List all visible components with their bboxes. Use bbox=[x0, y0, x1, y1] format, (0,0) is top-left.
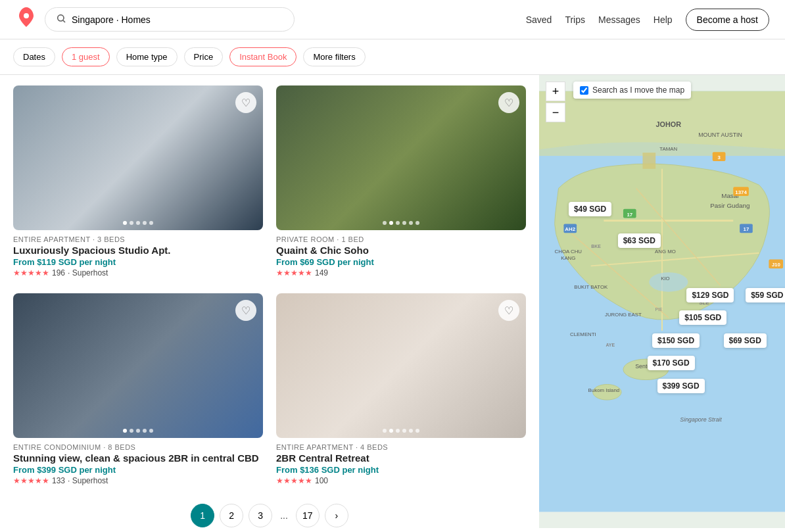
listing-title-3: Stunning view, clean & spacious 2BR in c… bbox=[13, 452, 263, 464]
filter-dates[interactable]: Dates bbox=[13, 47, 55, 66]
filter-instant-book[interactable]: Instant Book bbox=[229, 47, 297, 66]
page-ellipsis: ... bbox=[277, 510, 291, 521]
listing-price-2: From $69 SGD per night bbox=[276, 257, 526, 267]
filters-bar: Dates 1 guest Home type Price Instant Bo… bbox=[0, 39, 785, 75]
page-3-button[interactable]: 3 bbox=[249, 504, 272, 527]
svg-point-0 bbox=[58, 15, 64, 21]
svg-text:BUKIT BATOK: BUKIT BATOK bbox=[574, 284, 608, 290]
image-dots-2 bbox=[383, 221, 419, 225]
filter-more[interactable]: More filters bbox=[303, 47, 365, 66]
page-17-button[interactable]: 17 bbox=[296, 504, 320, 527]
svg-text:Bukom Island: Bukom Island bbox=[588, 387, 620, 393]
listing-card-4[interactable]: ♡ ENTIRE APARTMENT · 4 BEDS 2BR Central … bbox=[276, 293, 526, 488]
listing-rating-2: ★★★★★ 149 bbox=[276, 268, 526, 278]
listing-info-1: ENTIRE APARTMENT · 3 BEDS Luxuriously Sp… bbox=[13, 230, 263, 280]
svg-text:BKE: BKE bbox=[591, 244, 601, 249]
map-price-49[interactable]: $49 SGD bbox=[569, 202, 611, 216]
svg-text:CHOA CHU: CHOA CHU bbox=[555, 249, 583, 254]
listing-card-2[interactable]: ♡ PRIVATE ROOM · 1 BED Quaint & Chic Soh… bbox=[276, 85, 526, 280]
listing-image-4: ♡ bbox=[276, 293, 526, 438]
svg-text:KIO: KIO bbox=[661, 276, 670, 281]
map-search-label: Search as I move the map bbox=[592, 85, 684, 95]
svg-text:AH2: AH2 bbox=[565, 226, 575, 232]
map-price-170[interactable]: $170 SGD bbox=[648, 356, 695, 370]
listing-title-2: Quaint & Chic Soho bbox=[276, 245, 526, 256]
listing-info-3: ENTIRE CONDOMINIUM · 8 BEDS Stunning vie… bbox=[13, 438, 263, 488]
listing-card-3[interactable]: ♡ ENTIRE CONDOMINIUM · 8 BEDS Stunning v… bbox=[13, 293, 263, 488]
listing-title-4: 2BR Central Retreat bbox=[276, 452, 526, 464]
svg-line-1 bbox=[63, 20, 65, 22]
svg-text:1374: 1374 bbox=[735, 189, 747, 195]
svg-text:J10: J10 bbox=[772, 262, 781, 268]
image-dots-3 bbox=[123, 429, 153, 433]
svg-text:KANG: KANG bbox=[561, 255, 575, 261]
svg-text:Singapore Strait: Singapore Strait bbox=[680, 416, 722, 423]
svg-text:TAMAN: TAMAN bbox=[659, 146, 677, 152]
map-zoom-out-button[interactable]: − bbox=[546, 103, 565, 122]
page-2-button[interactable]: 2 bbox=[220, 504, 243, 527]
pagination: 1 2 3 ... 17 › 1 – 18 of 300+ Rentals bbox=[13, 488, 526, 528]
map-panel: JOHOR MOUNT AUSTIN Masai Pasir Gudang CH… bbox=[539, 75, 785, 528]
listing-image-1: ♡ bbox=[13, 85, 263, 230]
nav-trips[interactable]: Trips bbox=[565, 14, 585, 25]
listing-rating-4: ★★★★★ 100 bbox=[276, 476, 526, 485]
listing-type-3: ENTIRE CONDOMINIUM · 8 BEDS bbox=[13, 443, 263, 451]
search-icon bbox=[56, 13, 66, 26]
map-price-150[interactable]: $150 SGD bbox=[652, 333, 700, 348]
map-price-63[interactable]: $63 SGD bbox=[618, 233, 661, 248]
listing-info-2: PRIVATE ROOM · 1 BED Quaint & Chic Soho … bbox=[276, 230, 526, 280]
favorite-button-3[interactable]: ♡ bbox=[235, 300, 256, 321]
map-price-69[interactable]: $69 SGD bbox=[724, 333, 767, 348]
favorite-button-1[interactable]: ♡ bbox=[235, 92, 256, 113]
become-host-button[interactable]: Become a host bbox=[686, 9, 769, 31]
listings-grid: ♡ ENTIRE APARTMENT · 3 BEDS Luxuriously … bbox=[13, 85, 526, 488]
svg-text:JURONG EAST: JURONG EAST bbox=[605, 312, 642, 318]
svg-text:AYE: AYE bbox=[606, 343, 615, 347]
nav-messages[interactable]: Messages bbox=[598, 14, 640, 25]
airbnb-logo[interactable] bbox=[16, 7, 37, 32]
image-dots-4 bbox=[383, 429, 419, 433]
favorite-button-2[interactable]: ♡ bbox=[498, 92, 519, 113]
svg-text:17: 17 bbox=[744, 226, 749, 232]
filter-guests[interactable]: 1 guest bbox=[62, 47, 110, 66]
search-bar[interactable] bbox=[45, 7, 295, 32]
svg-text:PIE: PIE bbox=[655, 307, 663, 312]
map-zoom-in-button[interactable]: + bbox=[546, 82, 565, 101]
map-controls: + − bbox=[546, 82, 565, 122]
filter-price[interactable]: Price bbox=[184, 47, 224, 66]
listing-image-3: ♡ bbox=[13, 293, 263, 438]
nav-saved[interactable]: Saved bbox=[526, 14, 552, 25]
map-price-129[interactable]: $129 SGD bbox=[686, 288, 734, 302]
page-1-button[interactable]: 1 bbox=[191, 504, 214, 527]
svg-text:17: 17 bbox=[627, 212, 632, 218]
listings-panel: ♡ ENTIRE APARTMENT · 3 BEDS Luxuriously … bbox=[0, 75, 539, 528]
svg-text:CLEMENTI: CLEMENTI bbox=[570, 331, 596, 337]
listing-info-4: ENTIRE APARTMENT · 4 BEDS 2BR Central Re… bbox=[276, 438, 526, 488]
listing-title-1: Luxuriously Spacious Studio Apt. bbox=[13, 245, 263, 256]
listing-type-1: ENTIRE APARTMENT · 3 BEDS bbox=[13, 235, 263, 243]
page-next-button[interactable]: › bbox=[325, 504, 348, 527]
svg-text:ANG MO: ANG MO bbox=[655, 249, 676, 254]
map-price-399[interactable]: $399 SGD bbox=[657, 379, 705, 393]
header-right: Saved Trips Messages Help Become a host bbox=[526, 9, 769, 31]
svg-text:3: 3 bbox=[717, 155, 721, 160]
listing-price-1: From $119 SGD per night bbox=[13, 257, 263, 267]
svg-text:JOHOR: JOHOR bbox=[656, 120, 682, 128]
filter-home-type[interactable]: Home type bbox=[116, 47, 178, 66]
favorite-button-4[interactable]: ♡ bbox=[498, 300, 519, 321]
main-layout: ♡ ENTIRE APARTMENT · 3 BEDS Luxuriously … bbox=[0, 75, 785, 528]
map-price-59[interactable]: $59 SGD bbox=[746, 288, 785, 302]
listing-rating-1: ★★★★★ 196 · Superhost bbox=[13, 268, 263, 278]
map-search-as-move[interactable]: Search as I move the map bbox=[573, 82, 691, 99]
listing-price-4: From $136 SGD per night bbox=[276, 465, 526, 475]
listing-rating-3: ★★★★★ 133 · Superhost bbox=[13, 476, 263, 485]
map-price-105[interactable]: $105 SGD bbox=[679, 310, 726, 325]
map-search-checkbox[interactable] bbox=[580, 86, 588, 95]
listing-card-1[interactable]: ♡ ENTIRE APARTMENT · 3 BEDS Luxuriously … bbox=[13, 85, 263, 280]
page-numbers: 1 2 3 ... 17 › bbox=[191, 504, 348, 527]
search-input[interactable] bbox=[72, 14, 283, 25]
image-dots-1 bbox=[123, 221, 153, 225]
listing-type-4: ENTIRE APARTMENT · 4 BEDS bbox=[276, 443, 526, 451]
nav-help[interactable]: Help bbox=[654, 14, 673, 25]
listing-image-2: ♡ bbox=[276, 85, 526, 230]
